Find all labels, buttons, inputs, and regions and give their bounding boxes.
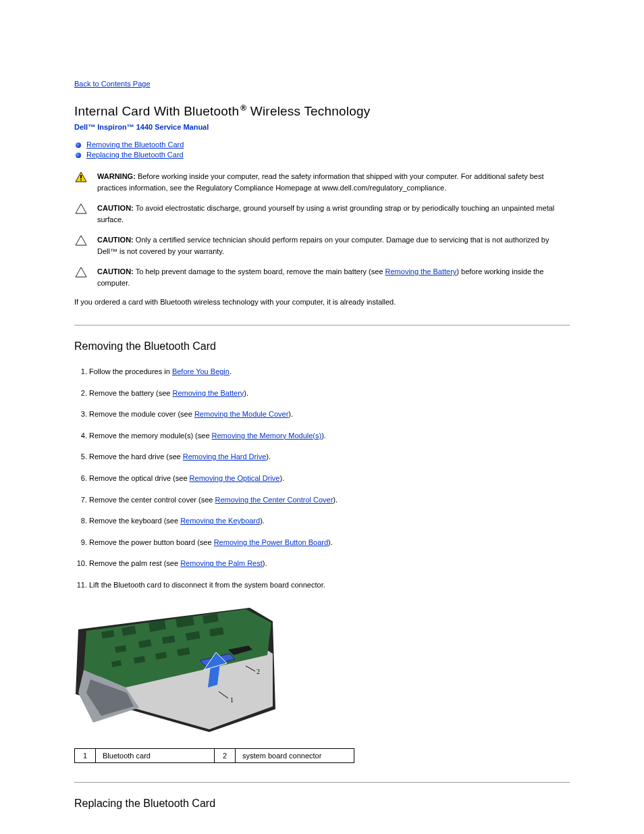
step-item: Remove the power button board (see Remov… (89, 537, 570, 549)
svg-rect-2 (80, 180, 82, 181)
caution-lead: CAUTION: (97, 204, 134, 212)
svg-marker-4 (76, 236, 86, 245)
section-heading-remove: Removing the Bluetooth Card (74, 340, 570, 353)
section-divider (74, 782, 570, 783)
caution-lead: CAUTION: (97, 267, 134, 276)
legend-label: system board connector (236, 748, 354, 762)
step-link[interactable]: Removing the Memory Module(s) (212, 432, 322, 440)
caution-block: CAUTION: To avoid electrostatic discharg… (74, 203, 570, 225)
warning-body: Before working inside your computer, rea… (97, 172, 544, 192)
step-link[interactable]: Removing the Optical Drive (190, 474, 280, 482)
toc-link-replace[interactable]: Replacing the Bluetooth Card (86, 151, 184, 159)
step-item: Remove the module cover (see Removing th… (89, 409, 570, 421)
caution-link[interactable]: Removing the Battery (385, 267, 457, 276)
section-divider (74, 325, 570, 325)
warning-block: WARNING: Before working inside your comp… (74, 171, 570, 193)
back-to-contents-link[interactable]: Back to Contents Page (74, 80, 151, 88)
warning-text: WARNING: Before working inside your comp… (97, 171, 570, 193)
caution-lead: CAUTION: (97, 236, 134, 244)
svg-rect-1 (80, 175, 82, 178)
caution-body: To avoid electrostatic discharge, ground… (97, 204, 554, 224)
step-link[interactable]: Removing the Palm Rest (180, 559, 263, 567)
svg-text:2: 2 (257, 668, 260, 675)
title-suffix: Wireless Technology (246, 104, 370, 118)
step-link[interactable]: Removing the Keyboard (180, 517, 260, 525)
step-link[interactable]: Removing the Power Button Board (214, 538, 328, 546)
step-link[interactable]: Removing the Center Control Cover (215, 496, 333, 504)
caution-block: CAUTION: To help prevent damage to the s… (74, 266, 570, 288)
svg-text:1: 1 (230, 696, 234, 704)
step-item: Lift the Bluetooth card to disconnect it… (89, 579, 570, 592)
step-item: Follow the procedures in Before You Begi… (89, 366, 570, 378)
caution-pre: To help prevent damage to the system boa… (134, 267, 385, 276)
svg-marker-5 (76, 267, 86, 277)
caution-body: Only a certified service technician shou… (97, 236, 549, 255)
caution-text: CAUTION: To help prevent damage to the s… (97, 266, 570, 288)
hardware-figure: 1 2 (74, 606, 570, 733)
caution-triangle-icon (74, 266, 88, 278)
warning-triangle-icon (74, 171, 88, 182)
toc-item: Replacing the Bluetooth Card (74, 151, 570, 159)
step-item: Remove the hard drive (see Removing the … (89, 451, 570, 463)
legend-number: 1 (75, 748, 96, 762)
toc-link-remove[interactable]: Removing the Bluetooth Card (86, 140, 184, 149)
step-item: Remove the center control cover (see Rem… (89, 494, 570, 506)
step-link[interactable]: Removing the Battery (173, 389, 244, 397)
step-item: Remove the optical drive (see Removing t… (89, 473, 570, 485)
step-item: Remove the memory module(s) (see Removin… (89, 430, 570, 442)
legend-number: 2 (215, 748, 236, 762)
step-link[interactable]: Removing the Module Cover (194, 410, 288, 418)
legend-label: Bluetooth card (96, 748, 215, 762)
caution-text: CAUTION: Only a certified service techni… (97, 234, 570, 257)
table-of-contents: Removing the Bluetooth Card Replacing th… (74, 140, 570, 159)
page-title: Internal Card With Bluetooth® Wireless T… (74, 104, 570, 119)
intro-paragraph: If you ordered a card with Bluetooth wir… (74, 298, 570, 306)
title-prefix: Internal Card With Bluetooth (74, 104, 239, 118)
caution-triangle-icon (74, 203, 88, 214)
figure-legend-table: 1 Bluetooth card 2 system board connecto… (74, 748, 354, 763)
caution-triangle-icon (74, 234, 88, 246)
section-heading-replace: Replacing the Bluetooth Card (74, 798, 570, 810)
step-item: Remove the keyboard (see Removing the Ke… (89, 515, 570, 527)
svg-marker-3 (76, 204, 86, 213)
step-item: Remove the palm rest (see Removing the P… (89, 558, 570, 570)
removal-steps: Follow the procedures in Before You Begi… (74, 366, 570, 592)
caution-block: CAUTION: Only a certified service techni… (74, 234, 570, 257)
caution-text: CAUTION: To avoid electrostatic discharg… (97, 203, 570, 225)
toc-item: Removing the Bluetooth Card (74, 140, 570, 149)
step-item: Remove the battery (see Removing the Bat… (89, 388, 570, 400)
step-link[interactable]: Removing the Hard Drive (183, 452, 267, 461)
step-link[interactable]: Before You Begin (172, 367, 230, 375)
manual-subtitle: Dell™ Inspiron™ 1440 Service Manual (74, 123, 570, 131)
warning-lead: WARNING: (97, 172, 136, 180)
